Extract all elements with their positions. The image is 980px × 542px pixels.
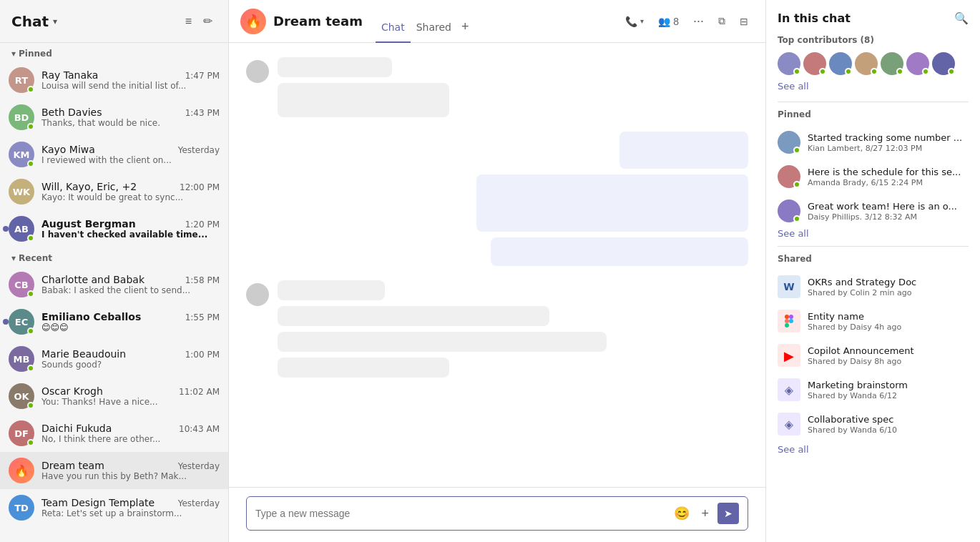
chat-item-teamdesign[interactable]: TD Team Design Template Yesterday Reta: …: [0, 489, 228, 526]
filter-button[interactable]: ≡: [181, 10, 196, 32]
chat-name: Marie Beaudouin: [41, 348, 126, 360]
tab-chat[interactable]: Chat: [376, 21, 411, 43]
tab-shared[interactable]: Shared: [411, 21, 457, 43]
pinned-meta: Daisy Phillips. 3/12 8:32 AM: [808, 212, 969, 222]
chat-time: 1:55 PM: [185, 312, 220, 322]
message-input[interactable]: [255, 508, 665, 519]
pinned-item-2[interactable]: Here is the schedule for this se... Aman…: [778, 159, 969, 194]
recent-section-header[interactable]: ▾ Recent: [0, 247, 228, 266]
chat-item-charlotte[interactable]: CB Charlotte and Babak 1:58 PM Babak: I …: [0, 266, 228, 303]
send-button[interactable]: ➤: [717, 503, 739, 524]
avatar: WK: [9, 179, 34, 205]
message-bubble: [491, 237, 748, 266]
loop-file-icon-1: ◈: [778, 378, 800, 401]
chat-item-oscar[interactable]: OK Oscar Krogh 11:02 AM You: Thanks! Hav…: [0, 378, 228, 415]
chat-time: 1:43 PM: [185, 108, 220, 118]
shared-item-5[interactable]: ◈ Collaborative spec Shared by Wanda 6/1…: [778, 407, 969, 441]
send-icon: ➤: [724, 508, 732, 519]
pinned-item-3[interactable]: Great work team! Here is an o... Daisy P…: [778, 194, 969, 228]
see-all-pinned-link[interactable]: See all: [778, 228, 969, 239]
pinned-section-header[interactable]: ▾ Pinned: [0, 43, 228, 61]
chat-info: Dream team Yesterday Have you run this b…: [41, 460, 220, 481]
svg-rect-4: [789, 315, 793, 319]
pinned-text: Great work team! Here is an o... Daisy P…: [808, 201, 969, 222]
pinned-label: Pinned: [19, 49, 52, 59]
messages: [476, 132, 748, 266]
chat-item-will[interactable]: WK Will, Kayo, Eric, +2 12:00 PM Kayo: I…: [0, 173, 228, 210]
contributor-status: [922, 68, 929, 75]
sidebar-title[interactable]: Chat ▾: [11, 13, 57, 30]
chat-preview: Sounds good?: [41, 360, 220, 370]
see-all-contributors-link[interactable]: See all: [778, 81, 969, 92]
contributors-label: Top contributors (8): [778, 35, 969, 45]
avatar: AB: [9, 216, 34, 242]
chat-name: Kayo Miwa: [41, 144, 95, 155]
shared-item-3[interactable]: ▶ Copilot Announcement Shared by Daisy 8…: [778, 338, 969, 373]
message-bubble: [278, 83, 449, 117]
chat-item-beth[interactable]: BD Beth Davies 1:43 PM Thanks, that woul…: [0, 99, 228, 136]
shared-item-4[interactable]: ◈ Marketing brainstorm Shared by Wanda 6…: [778, 373, 969, 407]
panel-search-button[interactable]: 🔍: [954, 11, 969, 25]
shared-name: Marketing brainstorm: [808, 380, 969, 390]
pinned-item-1[interactable]: Started tracking some number ... Kian La…: [778, 125, 969, 159]
pinned-avatar: [778, 199, 800, 222]
contributor-status: [845, 68, 852, 75]
avatar: CB: [9, 272, 34, 297]
chat-info: Team Design Template Yesterday Reta: Let…: [41, 497, 220, 518]
shared-text: Marketing brainstorm Shared by Wanda 6/1…: [808, 380, 969, 400]
attach-button[interactable]: +: [698, 505, 712, 523]
shared-text: OKRs and Strategy Doc Shared by Colin 2 …: [808, 277, 969, 297]
avatar: RT: [9, 67, 34, 93]
message-bubble: [619, 132, 748, 169]
status-dot: [27, 327, 34, 335]
message-bubble: [278, 358, 449, 378]
contributor-avatar: [881, 52, 903, 75]
status-dot: [27, 290, 34, 297]
chat-name: Ray Tanaka: [41, 69, 98, 81]
chat-time: Yesterday: [178, 145, 220, 155]
add-tab-button[interactable]: +: [457, 19, 474, 43]
chat-item-daichi[interactable]: DF Daichi Fukuda 10:43 AM No, I think th…: [0, 415, 228, 452]
contributor-avatar: [829, 52, 852, 75]
chat-content: [229, 43, 765, 487]
chat-item-ray[interactable]: RT Ray Tanaka 1:47 PM Louisa will send t…: [0, 61, 228, 99]
avatar: OK: [9, 383, 34, 409]
chat-name: Will, Kayo, Eric, +2: [41, 181, 137, 192]
status-dot: [27, 235, 34, 242]
pinned-status: [793, 181, 800, 188]
shared-by: Shared by Colin 2 min ago: [808, 288, 969, 297]
message-group-incoming-1: [246, 57, 748, 117]
call-button[interactable]: 📞 ▾: [619, 11, 650, 31]
popout-button[interactable]: ⧉: [712, 11, 731, 31]
chat-item-marie[interactable]: MB Marie Beaudouin 1:00 PM Sounds good?: [0, 340, 228, 378]
panel-divider: [778, 102, 969, 102]
chat-info: Emiliano Ceballos 1:55 PM 😊😊😊: [41, 311, 220, 332]
contributor-avatar: [855, 52, 878, 75]
chat-name: Oscar Krogh: [41, 385, 103, 397]
status-dot: [27, 365, 34, 372]
chat-info: Will, Kayo, Eric, +2 12:00 PM Kayo: It w…: [41, 181, 220, 202]
more-button[interactable]: ···: [687, 9, 710, 33]
right-panel: In this chat 🔍 Top contributors (8): [765, 0, 980, 542]
avatar: DF: [9, 420, 34, 446]
chat-time: Yesterday: [178, 461, 220, 471]
chat-item-august[interactable]: AB August Bergman 1:20 PM I haven't chec…: [0, 210, 228, 247]
chat-item-emiliano[interactable]: EC Emiliano Ceballos 1:55 PM 😊😊😊: [0, 303, 228, 340]
members-button[interactable]: 👥 8: [652, 11, 685, 31]
see-all-shared-link[interactable]: See all: [778, 444, 969, 455]
minimize-button[interactable]: ⊟: [734, 11, 754, 31]
emoji-button[interactable]: 😊: [671, 504, 692, 523]
shared-item-2[interactable]: Entity name Shared by Daisy 4h ago: [778, 304, 969, 338]
chat-preview: Have you run this by Beth? Mak...: [41, 471, 220, 481]
contributor-status: [793, 68, 800, 75]
shared-item-1[interactable]: W OKRs and Strategy Doc Shared by Colin …: [778, 270, 969, 304]
chat-preview: Kayo: It would be great to sync...: [41, 192, 220, 202]
chat-preview: I haven't checked available time...: [41, 230, 220, 240]
chevron-down-icon: ▾: [11, 253, 16, 263]
new-chat-button[interactable]: ✏: [199, 10, 217, 32]
chat-item-dreamteam[interactable]: 🔥 Dream team Yesterday Have you run this…: [0, 452, 228, 489]
chat-preview: Thanks, that would be nice.: [41, 118, 220, 128]
input-area: 😊 + ➤: [229, 487, 765, 542]
chat-item-kayo[interactable]: KM Kayo Miwa Yesterday I reviewed with t…: [0, 136, 228, 173]
avatar: KM: [9, 142, 34, 167]
